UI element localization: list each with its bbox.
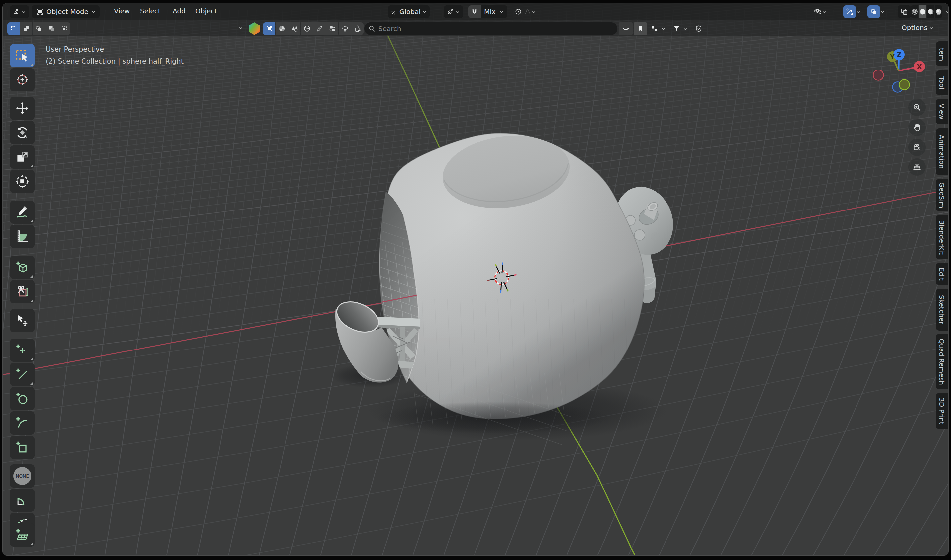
subtool-corner [30, 164, 33, 167]
tab-edit[interactable]: Edit [936, 263, 948, 285]
select-box-tool[interactable] [10, 44, 35, 67]
editor-type-button[interactable] [10, 5, 29, 18]
measure-tool[interactable] [10, 225, 35, 248]
select-box-tool-icon [15, 48, 29, 63]
bk-nodegroups-button[interactable] [326, 22, 338, 35]
shading-material-button[interactable] [927, 5, 934, 18]
menu-add[interactable]: Add [168, 7, 191, 15]
tab-quad-remesh[interactable]: Quad Remesh [936, 334, 948, 389]
tab-item[interactable]: Item [936, 41, 948, 66]
filter-group [671, 22, 688, 35]
projection-toggle-button[interactable] [908, 158, 926, 175]
select-mode-subtract[interactable] [32, 22, 45, 35]
nav-camera-icon [913, 143, 922, 152]
gizmo-axis-neg-x[interactable] [874, 70, 884, 80]
select-mode-extend[interactable] [20, 22, 32, 35]
proportional-edit-button[interactable] [515, 8, 522, 15]
bk-models-icon [265, 25, 273, 32]
tab-tool[interactable]: Tool [936, 71, 948, 95]
verified-button[interactable] [692, 22, 706, 35]
bk-models-button[interactable] [263, 22, 275, 35]
tab-label: Tool [938, 77, 946, 89]
xray-toggle[interactable] [898, 5, 911, 18]
blenderkit-collapse[interactable] [238, 25, 243, 32]
add-point-tool[interactable] [10, 338, 35, 362]
menu-select[interactable]: Select [135, 7, 166, 15]
zoom-button[interactable] [908, 99, 926, 116]
blenderkit-logo[interactable] [247, 21, 262, 36]
shading-material-icon [927, 8, 934, 15]
annotate-tool[interactable] [10, 200, 35, 224]
none-badge-tool[interactable]: NONE [10, 464, 35, 488]
tab-3d-print[interactable]: 3D Print [936, 393, 948, 429]
menu-view[interactable]: View [109, 7, 135, 15]
shading-wireframe-button[interactable] [911, 5, 919, 18]
falloff-button[interactable] [524, 8, 532, 15]
tweak-move-tool[interactable] [10, 309, 35, 332]
visibility-button[interactable] [813, 7, 822, 16]
add-line-tool[interactable] [10, 363, 35, 386]
shading-solid-button[interactable] [919, 5, 926, 18]
bk-brushes-button[interactable] [313, 22, 326, 35]
navigation-gizmo[interactable]: Y Z X [868, 40, 928, 100]
options-label: Options [902, 24, 927, 32]
orientation-dropdown[interactable]: Global [388, 5, 430, 18]
viewport-3d[interactable]: Object Mode View Select Add Object Globa… [3, 3, 948, 555]
tab-animation[interactable]: Animation [936, 128, 948, 175]
add-rect-tool[interactable] [10, 435, 35, 459]
tool-settings-bar: Search Options [3, 20, 948, 36]
add-circle-tool[interactable] [10, 387, 35, 410]
chevron-down-icon [683, 26, 688, 31]
bk-addons-icon [354, 25, 361, 32]
bk-printable-button[interactable] [339, 22, 351, 35]
tab-view[interactable]: View [936, 99, 948, 125]
orientation-global-icon [391, 8, 398, 15]
blender-window: { "app": { "name": "blender-3d-viewport"… [0, 0, 951, 560]
options-dropdown[interactable]: Options [902, 24, 934, 32]
verified-shield-icon [695, 25, 703, 32]
categories-button[interactable] [648, 22, 661, 35]
bookmarks-button[interactable] [633, 22, 647, 35]
bk-addons-button[interactable] [351, 22, 364, 35]
overlays-toggle[interactable] [868, 5, 880, 18]
cursor-tool[interactable] [10, 68, 35, 91]
add-workplane-tool-icon [15, 528, 29, 542]
camera-view-button[interactable] [908, 138, 926, 156]
mode-dropdown[interactable]: Object Mode [32, 5, 100, 18]
menu-object[interactable]: Object [190, 7, 222, 15]
blenderkit-collapse-chevron [238, 25, 243, 30]
bk-materials-button[interactable] [276, 22, 288, 35]
snap-toggle-button[interactable] [468, 5, 481, 18]
annotate-tool-icon [15, 205, 29, 220]
select-mode-intersect[interactable] [58, 22, 70, 35]
pan-button[interactable] [908, 119, 926, 136]
add-workplane-tool[interactable] [10, 523, 35, 547]
bk-scenes-button[interactable] [288, 22, 301, 35]
add-cube-tool[interactable] [10, 256, 35, 279]
transform-tool[interactable] [10, 169, 35, 193]
rotate-tool[interactable] [10, 121, 35, 144]
viewport-canvas[interactable] [3, 3, 948, 555]
gizmo-x-label: X [917, 63, 922, 70]
snap-target-dropdown[interactable] [444, 5, 463, 18]
tab-sketcher[interactable]: Sketcher [936, 289, 948, 331]
select-mode-set[interactable] [7, 22, 20, 35]
bk-hdrs-button[interactable] [301, 22, 313, 35]
gizmo-axis-neg-y[interactable] [899, 80, 910, 90]
tweak-move-tool-icon [15, 313, 29, 328]
asset-drag-button[interactable] [618, 22, 633, 35]
gizmos-toggle[interactable] [843, 5, 856, 18]
filter-button[interactable] [671, 22, 683, 35]
tab-blenderkit[interactable]: BlenderKit [936, 215, 948, 259]
subtool-corner [30, 542, 33, 545]
asset-search-field[interactable]: Search [364, 22, 617, 35]
scale-tool[interactable] [10, 145, 35, 169]
select-mode-invert[interactable] [45, 22, 57, 35]
shear-box-tool-icon [15, 284, 29, 299]
add-arc-tool[interactable] [10, 411, 35, 435]
trim-tool[interactable] [10, 489, 35, 512]
shading-rendered-button[interactable] [935, 5, 942, 18]
move-tool[interactable] [10, 97, 35, 120]
shear-box-tool[interactable] [10, 280, 35, 303]
tab-geosim[interactable]: GeoSim [936, 179, 948, 211]
